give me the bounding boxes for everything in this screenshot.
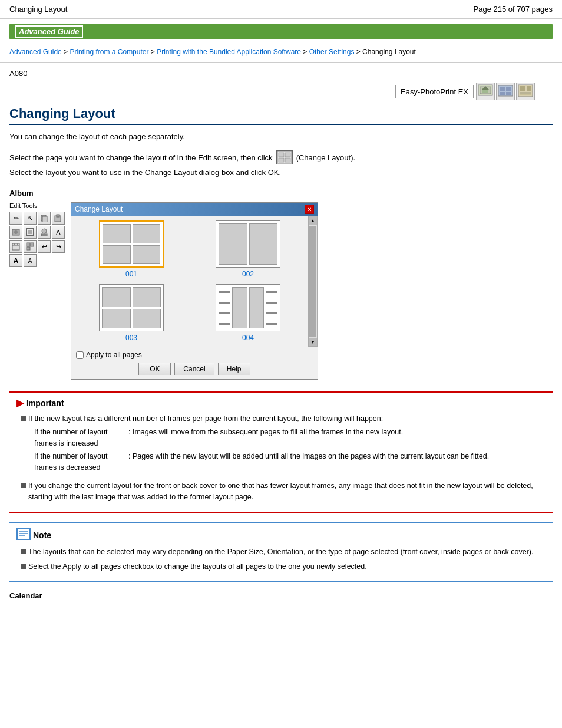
scrollbar-thumb[interactable] [309,226,316,337]
tool-btn-select[interactable]: ↖ [24,212,37,225]
app-icon-2 [496,83,515,100]
tool-btn-a-small[interactable]: A [24,254,37,267]
tool-btn-stamp[interactable] [38,226,51,239]
layout-preview-001 [99,220,164,268]
svg-rect-8 [506,92,511,95]
apply-all-pages-checkbox[interactable] [76,351,84,359]
tool-row-2: A [9,226,65,239]
svg-rect-11 [527,86,531,91]
tool-btn-calendar[interactable] [9,240,22,253]
instruction-text-2: Select the layout you want to use in the… [9,168,553,177]
svg-rect-27 [28,230,32,234]
dialog-close-btn[interactable]: ✕ [305,205,314,214]
note-box: Note The layouts that can be selected ma… [9,522,553,582]
change-layout-dialog: Change Layout ✕ [71,202,318,380]
instruction-text-1: Select the page you want to change the l… [9,150,553,164]
scrollbar-down[interactable]: ▼ [309,338,317,346]
page-header: Changing Layout Page 215 of 707 pages [0,0,562,19]
layout-num-002: 002 [242,270,254,278]
apply-checkbox-row: Apply to all pages [76,351,313,359]
svg-rect-30 [12,243,19,250]
scrollbar-up[interactable]: ▲ [309,216,317,225]
important-item-2: If you change the current layout for the… [21,480,546,503]
tool-btn-pencil[interactable]: ✏ [9,212,22,225]
bullet-2 [21,483,26,488]
tool-btn-photo[interactable] [9,226,22,239]
album-label: Album [9,189,553,197]
breadcrumb-current: Changing Layout [362,48,416,56]
tool-btn-redo[interactable]: ↪ [52,240,65,253]
bullet-1 [21,416,26,421]
edit-tools-label: Edit Tools [9,202,65,209]
svg-rect-32 [14,243,15,245]
svg-rect-5 [500,87,505,91]
svg-rect-7 [500,92,505,95]
note-item-1: The layouts that can be selected may var… [21,546,546,558]
breadcrumb-other-settings[interactable]: Other Settings [309,48,355,56]
note-bullet-1 [21,549,26,554]
calendar-label: Calendar [9,591,553,600]
layout-item-004[interactable]: 004 [193,284,303,342]
important-arrow-icon: ▶ [16,397,24,409]
important-title: ▶ Important [16,397,546,409]
dialog-cancel-btn[interactable]: Cancel [174,363,214,375]
tool-btn-paste[interactable] [52,212,65,225]
important-box: ▶ Important If the new layout has a diff… [9,391,553,513]
dialog-body: 001 002 [71,216,318,347]
tool-btn-frame[interactable] [24,226,37,239]
app-icons [476,83,535,100]
dialog-ok-btn[interactable]: OK [138,363,171,375]
note-title: Note [16,528,546,542]
breadcrumb-advanced-guide[interactable]: Advanced Guide [9,48,62,56]
app-icon-1 [476,83,495,100]
layout-preview-003 [99,284,164,331]
breadcrumb-printing-from[interactable]: Printing from a Computer [70,48,148,56]
layout-item-001[interactable]: 001 [76,220,187,278]
svg-point-28 [42,229,47,233]
app-label: Easy-PhotoPrint EX [395,85,474,98]
ref-code: A080 [9,69,553,78]
sub-table-row-1: If the number of layout frames is increa… [34,427,489,449]
tool-btn-a-large[interactable]: A [9,254,22,267]
apply-all-pages-label: Apply to all pages [86,351,142,359]
svg-rect-34 [27,243,30,246]
app-header-row: Easy-PhotoPrint EX [9,83,553,100]
layout-item-002[interactable]: 002 [193,220,303,278]
tool-btn-text[interactable]: A [52,226,65,239]
calendar-section: Calendar [9,591,553,600]
dialog-help-btn[interactable]: Help [218,363,250,375]
tool-row-4: A A [9,254,65,267]
svg-rect-36 [27,247,30,250]
page-title: Changing Layout [9,106,553,125]
edit-tools-panel: Edit Tools ✏ ↖ [9,202,65,267]
dialog-scrollbar[interactable]: ▲ ▼ [308,216,318,347]
album-section: Edit Tools ✏ ↖ [9,202,553,380]
svg-rect-17 [285,153,290,157]
svg-rect-33 [17,243,18,245]
svg-rect-10 [520,86,525,91]
breadcrumb-printing-bundled[interactable]: Printing with the Bundled Application So… [157,48,301,56]
tool-btn-copy[interactable] [38,212,51,225]
layout-num-004: 004 [242,334,254,342]
important-item-1: If the new layout has a different number… [21,413,546,476]
layout-num-003: 003 [125,334,137,342]
app-icon-3 [516,83,535,100]
advanced-guide-banner: Advanced Guide [9,24,553,39]
dialog-layouts: 001 002 [76,220,303,342]
svg-rect-37 [17,529,30,539]
tool-btn-grid[interactable] [24,240,37,253]
note-bullet-2 [21,564,26,569]
tool-row-3: ↩ ↪ [9,240,65,253]
note-icon [16,528,31,542]
tool-btn-undo[interactable]: ↩ [38,240,51,253]
main-content: A080 Easy-PhotoPrint EX [0,63,562,611]
layout-item-003[interactable]: 003 [76,284,187,342]
intro-text: You can change the layout of each page s… [9,132,553,141]
sub-table: If the number of layout frames is increa… [34,427,489,473]
breadcrumb: Advanced Guide > Printing from a Compute… [0,44,562,63]
note-list: The layouts that can be selected may var… [16,546,546,572]
svg-rect-35 [31,243,34,246]
svg-rect-21 [42,216,47,222]
dialog-footer: Apply to all pages OK Cancel Help [71,347,318,379]
important-list: If the new layout has a different number… [16,413,546,502]
